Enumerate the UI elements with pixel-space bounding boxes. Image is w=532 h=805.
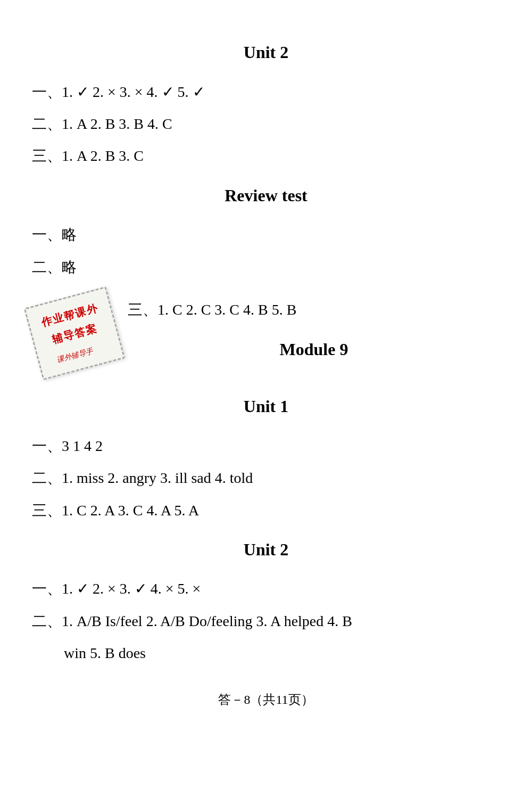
footer-text: 答－8（共11页）	[32, 688, 500, 711]
review-line3: 三、1. C 2. C 3. C 4. B 5. B	[128, 297, 500, 323]
unit1-line3: 三、1. C 2. A 3. C 4. A 5. A	[32, 497, 500, 524]
unit2-bottom-line2b: win 5. B does	[32, 640, 500, 667]
unit1-line2: 二、1. miss 2. angry 3. ill sad 4. told	[32, 465, 500, 491]
unit1-line1: 一、3 1 4 2	[32, 433, 500, 459]
svg-text:课外辅导手: 课外辅导手	[56, 347, 94, 364]
unit1-title: Unit 1	[32, 391, 500, 422]
review-line1: 一、略	[32, 221, 500, 248]
unit2-bottom-title: Unit 2	[32, 535, 500, 565]
module9-title: Module 9	[128, 334, 500, 365]
review-test-title: Review test	[32, 180, 500, 211]
unit2-top-line2: 二、1. A 2. B 3. B 4. C	[32, 111, 500, 137]
unit2-top-line1: 一、1. ✓ 2. × 3. × 4. ✓ 5. ✓	[32, 79, 500, 105]
unit2-top-line3: 三、1. A 2. B 3. C	[32, 143, 500, 169]
unit2-top-title: Unit 2	[32, 37, 500, 68]
stamp-image: 作业帮课外 辅导答案 课外辅导手	[24, 286, 126, 381]
stamp-module-area: 作业帮课外 辅导答案 课外辅导手 三、1. C 2. C 3. C 4. B 5…	[32, 291, 500, 375]
unit2-bottom-line2: 二、1. A/B Is/feel 2. A/B Do/feeling 3. A …	[32, 608, 500, 635]
unit2-bottom-line1: 一、1. ✓ 2. × 3. ✓ 4. × 5. ×	[32, 576, 500, 602]
review-line2: 二、略	[32, 254, 500, 281]
